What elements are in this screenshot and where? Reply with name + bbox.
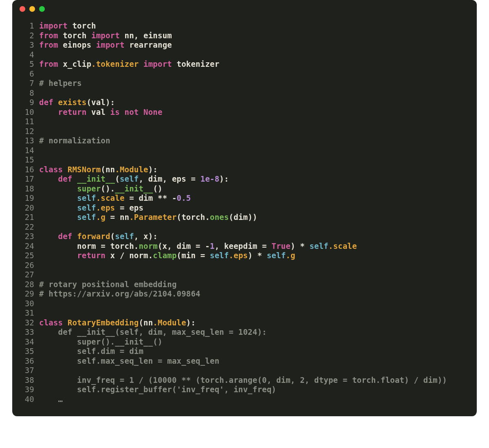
code-line[interactable]: 38 inv_freq = 1 / (10000 ** (torch.arang…: [20, 376, 469, 385]
line-content[interactable]: class RMSNorm(nn.Module):: [39, 165, 469, 175]
line-content[interactable]: [39, 270, 469, 280]
code-editor[interactable]: 1import torch2from torch import nn, eins…: [12, 18, 477, 404]
line-content[interactable]: self.register_buffer('inv_freq', inv_fre…: [39, 385, 469, 395]
code-line[interactable]: 5from x_clip.tokenizer import tokenizer: [20, 59, 469, 69]
line-number: 33: [20, 327, 39, 337]
code-line[interactable]: 10 return val is not None: [20, 108, 469, 117]
line-content[interactable]: super().__init__(): [39, 337, 469, 347]
code-line[interactable]: 40 …: [20, 395, 469, 404]
line-content[interactable]: return val is not None: [39, 108, 469, 117]
line-content[interactable]: [39, 146, 469, 156]
line-number: 1: [20, 21, 39, 31]
line-content[interactable]: def exists(val):: [39, 98, 469, 108]
line-content[interactable]: class RotaryEmbedding(nn.Module):: [39, 318, 469, 328]
code-line[interactable]: 28# rotary positional embedding: [20, 280, 469, 290]
line-number: 30: [20, 299, 39, 309]
code-line[interactable]: 16class RMSNorm(nn.Module):: [20, 165, 469, 175]
line-number: 24: [20, 242, 39, 251]
code-line[interactable]: 17 def __init__(self, dim, eps = 1e-8):: [20, 174, 469, 184]
line-content[interactable]: def forward(self, x):: [39, 232, 469, 242]
line-content[interactable]: [39, 222, 469, 232]
line-number: 13: [20, 136, 39, 146]
code-line[interactable]: 26: [20, 261, 469, 270]
minimize-icon[interactable]: [29, 6, 35, 12]
line-content[interactable]: [39, 366, 469, 376]
line-number: 6: [20, 69, 39, 79]
code-line[interactable]: 13# normalization: [20, 136, 469, 146]
line-content[interactable]: [39, 299, 469, 309]
line-content[interactable]: self.scale = dim ** -0.5: [39, 193, 469, 203]
code-line[interactable]: 6: [20, 69, 469, 79]
code-line[interactable]: 32class RotaryEmbedding(nn.Module):: [20, 318, 469, 328]
line-content[interactable]: from x_clip.tokenizer import tokenizer: [39, 59, 469, 69]
code-line[interactable]: 2from torch import nn, einsum: [20, 31, 469, 41]
line-number: 35: [20, 347, 39, 356]
line-content[interactable]: self.g = nn.Parameter(torch.ones(dim)): [39, 213, 469, 222]
code-line[interactable]: 3from einops import rearrange: [20, 40, 469, 50]
code-line[interactable]: 21 self.g = nn.Parameter(torch.ones(dim)…: [20, 213, 469, 222]
line-content[interactable]: [39, 127, 469, 136]
code-line[interactable]: 35 self.dim = dim: [20, 347, 469, 356]
line-number: 5: [20, 59, 39, 69]
line-content[interactable]: from einops import rearrange: [39, 40, 469, 50]
line-content[interactable]: self.eps = eps: [39, 203, 469, 213]
line-content[interactable]: [39, 88, 469, 98]
code-line[interactable]: 31: [20, 308, 469, 318]
line-number: 27: [20, 270, 39, 280]
code-line[interactable]: 23 def forward(self, x):: [20, 232, 469, 242]
line-number: 20: [20, 203, 39, 213]
line-content[interactable]: [39, 308, 469, 318]
line-content[interactable]: …: [39, 395, 469, 404]
code-line[interactable]: 9def exists(val):: [20, 98, 469, 108]
code-line[interactable]: 4: [20, 50, 469, 60]
code-line[interactable]: 33 def __init__(self, dim, max_seq_len =…: [20, 327, 469, 337]
line-content[interactable]: # https://arxiv.org/abs/2104.09864: [39, 289, 469, 299]
line-content[interactable]: [39, 50, 469, 60]
line-content[interactable]: norm = torch.norm(x, dim = -1, keepdim =…: [39, 242, 469, 251]
code-line[interactable]: 39 self.register_buffer('inv_freq', inv_…: [20, 385, 469, 395]
line-content[interactable]: self.max_seq_len = max_seq_len: [39, 356, 469, 366]
close-icon[interactable]: [20, 6, 25, 12]
line-content[interactable]: [39, 69, 469, 79]
line-content[interactable]: # rotary positional embedding: [39, 280, 469, 290]
line-number: 15: [20, 155, 39, 165]
line-content[interactable]: # helpers: [39, 79, 469, 88]
code-line[interactable]: 24 norm = torch.norm(x, dim = -1, keepdi…: [20, 242, 469, 251]
line-content[interactable]: from torch import nn, einsum: [39, 31, 469, 41]
line-content[interactable]: [39, 155, 469, 165]
code-line[interactable]: 30: [20, 299, 469, 309]
line-content[interactable]: def __init__(self, dim, max_seq_len = 10…: [39, 327, 469, 337]
code-line[interactable]: 29# https://arxiv.org/abs/2104.09864: [20, 289, 469, 299]
code-line[interactable]: 25 return x / norm.clamp(min = self.eps)…: [20, 251, 469, 261]
code-line[interactable]: 34 super().__init__(): [20, 337, 469, 347]
code-line[interactable]: 37: [20, 366, 469, 376]
line-content[interactable]: [39, 261, 469, 270]
code-line[interactable]: 14: [20, 146, 469, 156]
line-content[interactable]: def __init__(self, dim, eps = 1e-8):: [39, 174, 469, 184]
line-content[interactable]: inv_freq = 1 / (10000 ** (torch.arange(0…: [39, 376, 469, 385]
line-content[interactable]: self.dim = dim: [39, 347, 469, 356]
code-line[interactable]: 22: [20, 222, 469, 232]
code-line[interactable]: 12: [20, 127, 469, 136]
line-content[interactable]: import torch: [39, 21, 469, 31]
code-line[interactable]: 19 self.scale = dim ** -0.5: [20, 193, 469, 203]
code-line[interactable]: 1import torch: [20, 21, 469, 31]
line-content[interactable]: super().__init__(): [39, 184, 469, 194]
line-content[interactable]: # normalization: [39, 136, 469, 146]
zoom-icon[interactable]: [39, 6, 45, 12]
code-line[interactable]: 18 super().__init__(): [20, 184, 469, 194]
code-line[interactable]: 7# helpers: [20, 79, 469, 88]
line-number: 37: [20, 366, 39, 376]
line-number: 32: [20, 318, 39, 328]
code-line[interactable]: 11: [20, 117, 469, 127]
line-number: 22: [20, 222, 39, 232]
line-number: 11: [20, 117, 39, 127]
line-number: 17: [20, 174, 39, 184]
line-content[interactable]: [39, 117, 469, 127]
code-line[interactable]: 8: [20, 88, 469, 98]
line-content[interactable]: return x / norm.clamp(min = self.eps) * …: [39, 251, 469, 261]
code-line[interactable]: 15: [20, 155, 469, 165]
code-line[interactable]: 36 self.max_seq_len = max_seq_len: [20, 356, 469, 366]
code-line[interactable]: 20 self.eps = eps: [20, 203, 469, 213]
code-line[interactable]: 27: [20, 270, 469, 280]
